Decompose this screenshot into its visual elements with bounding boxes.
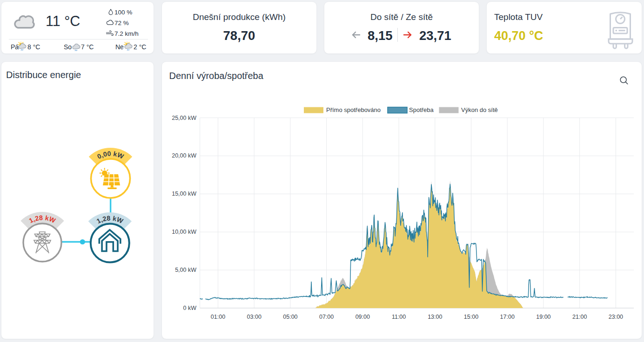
svg-text:01:00: 01:00 bbox=[211, 314, 225, 320]
svg-text:09:00: 09:00 bbox=[356, 314, 370, 320]
svg-text:13:00: 13:00 bbox=[428, 314, 442, 320]
svg-text:05:00: 05:00 bbox=[283, 314, 297, 320]
svg-text:21:00: 21:00 bbox=[572, 314, 587, 320]
svg-text:11:00: 11:00 bbox=[392, 314, 406, 320]
svg-text:15,00 kW: 15,00 kW bbox=[172, 191, 196, 197]
svg-text:Přímo spotřebováno: Přímo spotřebováno bbox=[326, 106, 381, 113]
svg-text:Spotřeba: Spotřeba bbox=[409, 106, 434, 113]
svg-text:Výkon do sítě: Výkon do sítě bbox=[461, 106, 498, 113]
svg-text:25,00 kW: 25,00 kW bbox=[172, 115, 196, 121]
svg-text:23:00: 23:00 bbox=[609, 314, 623, 320]
svg-text:20,00 kW: 20,00 kW bbox=[172, 152, 196, 159]
svg-text:10,00 kW: 10,00 kW bbox=[172, 229, 196, 235]
svg-text:0 kW: 0 kW bbox=[183, 305, 197, 311]
svg-text:03:00: 03:00 bbox=[247, 314, 262, 320]
svg-text:5,00 kW: 5,00 kW bbox=[175, 267, 196, 273]
svg-text:07:00: 07:00 bbox=[319, 314, 334, 320]
svg-text:19:00: 19:00 bbox=[536, 314, 550, 320]
svg-text:15:00: 15:00 bbox=[464, 314, 478, 320]
svg-text:17:00: 17:00 bbox=[500, 314, 515, 320]
